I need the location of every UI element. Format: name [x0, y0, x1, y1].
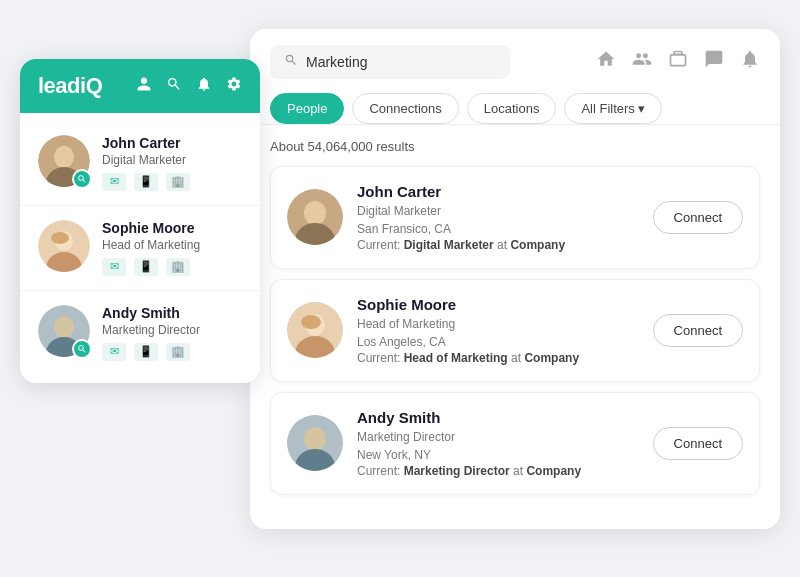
sidebar-card: leadiQ [20, 59, 260, 383]
result-current: Current: Marketing Director at Company [357, 464, 639, 478]
email-icon[interactable]: ✉ [102, 258, 126, 276]
svg-point-11 [304, 201, 326, 225]
company-icon[interactable]: 🏢 [166, 343, 190, 361]
svg-point-5 [51, 232, 69, 244]
gear-icon[interactable] [226, 76, 242, 96]
person-avatar-1 [287, 189, 343, 245]
result-title: Head of Marketing [357, 315, 639, 333]
result-title: Marketing Director [357, 428, 639, 446]
result-info: Sophie Moore Head of Marketing Los Angel… [357, 296, 639, 365]
result-location: Los Angeles, CA [357, 333, 639, 351]
result-location: New York, NY [357, 446, 639, 464]
avatar-badge-search [72, 339, 92, 359]
result-name: Andy Smith [357, 409, 639, 426]
sidebar-person-name: Andy Smith [102, 305, 242, 321]
svg-point-18 [304, 427, 326, 451]
search-nav-row: Marketing [270, 45, 760, 79]
result-info: Andy Smith Marketing Director New York, … [357, 409, 639, 478]
connect-button-3[interactable]: Connect [653, 427, 743, 460]
sidebar-person-info: Andy Smith Marketing Director ✉ 📱 🏢 [102, 305, 242, 361]
result-name: Sophie Moore [357, 296, 639, 313]
people-icon[interactable] [632, 49, 652, 74]
tab-locations[interactable]: Locations [467, 93, 557, 124]
main-header: Marketing [250, 29, 780, 125]
avatar-badge-search [72, 169, 92, 189]
filter-tabs: People Connections Locations All Filters… [270, 93, 760, 124]
email-icon[interactable]: ✉ [102, 343, 126, 361]
home-icon[interactable] [596, 49, 616, 74]
sidebar-person-title: Marketing Director [102, 323, 242, 337]
result-name: John Carter [357, 183, 639, 200]
avatar [38, 220, 90, 272]
sidebar-person-name: Sophie Moore [102, 220, 242, 236]
company-icon[interactable]: 🏢 [166, 173, 190, 191]
app-logo: leadiQ [38, 73, 102, 99]
svg-point-15 [301, 315, 321, 329]
sidebar-person-item: Andy Smith Marketing Director ✉ 📱 🏢 [20, 291, 260, 375]
result-company: Company [510, 238, 565, 252]
result-avatar [287, 302, 343, 358]
connect-button-2[interactable]: Connect [653, 314, 743, 347]
sidebar-person-info: John Carter Digital Marketer ✉ 📱 🏢 [102, 135, 242, 191]
person-avatar-2 [287, 302, 343, 358]
phone-icon[interactable]: 📱 [134, 258, 158, 276]
notification-icon[interactable] [740, 49, 760, 74]
results-area: About 54,064,000 results John Carter Dig… [250, 125, 780, 515]
connect-button-1[interactable]: Connect [653, 201, 743, 234]
result-current: Current: Head of Marketing at Company [357, 351, 639, 365]
person-avatar-3 [287, 415, 343, 471]
result-company: Company [524, 351, 579, 365]
svg-point-1 [54, 146, 74, 168]
results-count: About 54,064,000 results [270, 139, 760, 154]
nav-icons-right [596, 49, 760, 74]
header-icon-group [136, 76, 242, 96]
result-current-role: Marketing Director [404, 464, 510, 478]
sidebar-person-name: John Carter [102, 135, 242, 151]
result-current-role: Digital Marketer [404, 238, 494, 252]
result-location: San Fransico, CA [357, 220, 639, 238]
avatar-wrap [38, 220, 90, 272]
tab-connections[interactable]: Connections [352, 93, 458, 124]
chat-icon[interactable] [704, 49, 724, 74]
sidebar-person-item: Sophie Moore Head of Marketing ✉ 📱 🏢 [20, 206, 260, 291]
sidebar-person-title: Digital Marketer [102, 153, 242, 167]
result-avatar [287, 189, 343, 245]
search-icon[interactable] [166, 76, 182, 96]
result-company: Company [526, 464, 581, 478]
bell-icon[interactable] [196, 76, 212, 96]
result-card: Andy Smith Marketing Director New York, … [270, 392, 760, 495]
main-panel: Marketing [250, 29, 780, 529]
search-magnifier-icon [284, 53, 298, 71]
result-card: Sophie Moore Head of Marketing Los Angel… [270, 279, 760, 382]
person-icon[interactable] [136, 76, 152, 96]
result-info: John Carter Digital Marketer San Fransic… [357, 183, 639, 252]
tab-all-filters[interactable]: All Filters ▾ [564, 93, 662, 124]
sidebar-header: leadiQ [20, 59, 260, 113]
phone-icon[interactable]: 📱 [134, 173, 158, 191]
sidebar-person-info: Sophie Moore Head of Marketing ✉ 📱 🏢 [102, 220, 242, 276]
search-value: Marketing [306, 54, 367, 70]
svg-point-8 [54, 316, 74, 338]
avatar-wrap [38, 135, 90, 187]
search-box[interactable]: Marketing [270, 45, 510, 79]
result-card: John Carter Digital Marketer San Fransic… [270, 166, 760, 269]
action-icons: ✉ 📱 🏢 [102, 173, 242, 191]
tab-people[interactable]: People [270, 93, 344, 124]
sidebar-person-title: Head of Marketing [102, 238, 242, 252]
action-icons: ✉ 📱 🏢 [102, 343, 242, 361]
sidebar-person-item: John Carter Digital Marketer ✉ 📱 🏢 [20, 121, 260, 206]
action-icons: ✉ 📱 🏢 [102, 258, 242, 276]
briefcase-icon[interactable] [668, 49, 688, 74]
email-icon[interactable]: ✉ [102, 173, 126, 191]
result-current-role: Head of Marketing [404, 351, 508, 365]
result-current: Current: Digital Marketer at Company [357, 238, 639, 252]
company-icon[interactable]: 🏢 [166, 258, 190, 276]
result-avatar [287, 415, 343, 471]
sidebar-person-list: John Carter Digital Marketer ✉ 📱 🏢 [20, 113, 260, 383]
avatar-wrap [38, 305, 90, 357]
result-title: Digital Marketer [357, 202, 639, 220]
phone-icon[interactable]: 📱 [134, 343, 158, 361]
